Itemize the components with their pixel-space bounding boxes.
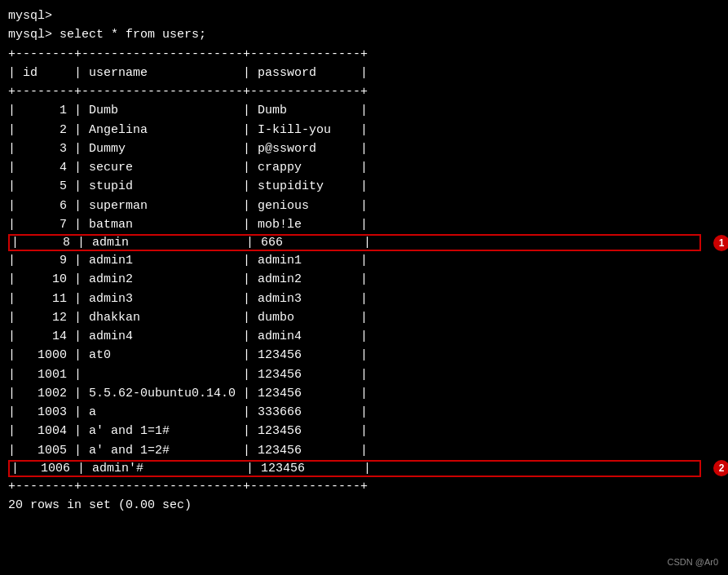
table-row: | 10 | admin2 | admin2 |	[8, 270, 720, 289]
table-row: | 1001 | | 123456 |	[8, 365, 720, 384]
table-row: | 6 | superman | genious |	[8, 197, 720, 215]
table-row: | 2 | Angelina | I-kill-you |	[8, 121, 720, 139]
highlight-badge: 1	[713, 235, 728, 251]
table-body: | 1 | Dumb | Dumb || 2 | Angelina | I-ki…	[8, 101, 720, 477]
table-row: | 1002 | 5.5.62-0ubuntu0.14.0 | 123456 |	[8, 384, 720, 403]
divider-top: +--------+----------------------+-------…	[8, 45, 720, 64]
table-row: | 3 | Dummy | p@ssword |	[8, 139, 720, 158]
highlight-badge: 2	[713, 460, 728, 476]
prompt-line2: mysql> select * from users;	[8, 25, 720, 44]
table-row: | 14 | admin4 | admin4 |	[8, 327, 720, 346]
watermark: CSDN @Ar0	[667, 557, 718, 567]
table-row: | 1 | Dumb | Dumb |	[8, 101, 720, 120]
table-row-highlighted: | 8 | admin | 666 |1	[8, 234, 720, 251]
footer-text: 20 rows in set (0.00 sec)	[8, 496, 720, 515]
table-row: | 4 | secure | crappy |	[8, 158, 720, 177]
table-row: | 1003 | a | 333666 |	[8, 403, 720, 422]
table-row-highlighted: | 1006 | admin'# | 123456 |2	[8, 460, 720, 477]
table-row: | 9 | admin1 | admin1 |	[8, 251, 720, 270]
table-row: | 7 | batman | mob!le |	[8, 215, 720, 234]
prompt-line1: mysql>	[8, 7, 720, 25]
table-row: | 1004 | a' and 1=1# | 123456 |	[8, 422, 720, 440]
table-row: | 1000 | at0 | 123456 |	[8, 346, 720, 365]
divider-bottom: +--------+----------------------+-------…	[8, 477, 720, 496]
table-row: | 1005 | a' and 1=2# | 123456 |	[8, 441, 720, 460]
table-row: | 5 | stupid | stupidity |	[8, 177, 720, 196]
terminal-window: mysql> mysql> select * from users; +----…	[8, 7, 720, 515]
divider-header: +--------+----------------------+-------…	[8, 82, 720, 101]
table-row: | 11 | admin3 | admin3 |	[8, 290, 720, 308]
table-header: | id | username | password |	[8, 64, 720, 82]
table-row: | 12 | dhakkan | dumbo |	[8, 308, 720, 327]
